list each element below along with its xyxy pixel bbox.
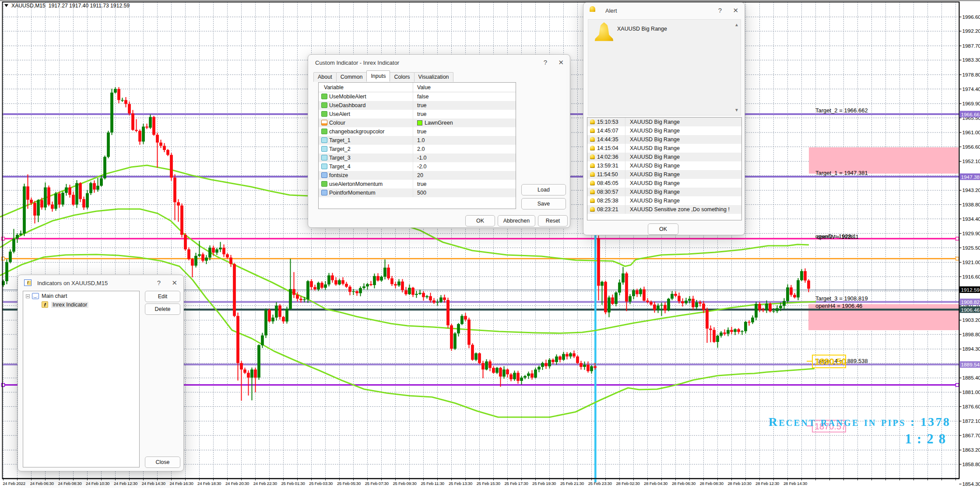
svg-text:1863.20: 1863.20 [962,447,980,453]
svg-text:24 Feb 14:30: 24 Feb 14:30 [142,481,165,486]
svg-text:1908.82: 1908.82 [961,299,980,305]
svg-text:28 Feb 04:30: 28 Feb 04:30 [644,481,667,486]
svg-text:1:28: 1:28 [905,431,951,446]
svg-text:1925.50: 1925.50 [962,245,980,251]
svg-text:24 Feb 08:30: 24 Feb 08:30 [58,481,81,486]
svg-text:1916.60: 1916.60 [962,274,980,280]
svg-text:1961.00: 1961.00 [962,129,980,136]
svg-text:28 Feb 02:30: 28 Feb 02:30 [616,481,639,486]
svg-text:24 Feb 18:30: 24 Feb 18:30 [197,481,221,486]
svg-text:1992.20: 1992.20 [962,28,980,34]
svg-text:24 Feb 10:30: 24 Feb 10:30 [86,481,109,486]
svg-text:25 Feb 09:30: 25 Feb 09:30 [393,481,416,486]
svg-text:Recent range in pips : 1378: Recent range in pips : 1378 [769,415,951,429]
svg-text:1974.40: 1974.40 [962,86,980,92]
svg-text:24 Feb 16:30: 24 Feb 16:30 [169,481,193,486]
svg-text:24 Feb 06:30: 24 Feb 06:30 [30,481,54,486]
svg-text:1943.20: 1943.20 [962,187,980,193]
svg-text:1947.38: 1947.38 [961,174,980,180]
svg-text:24 Feb 12:30: 24 Feb 12:30 [114,481,137,486]
svg-text:1854.30: 1854.30 [962,481,980,487]
svg-text:openW = 1928.1: openW = 1928.1 [817,234,859,240]
svg-text:25 Feb 21:30: 25 Feb 21:30 [560,481,584,486]
svg-text:1921.00: 1921.00 [962,259,980,265]
svg-text:1978.80: 1978.80 [962,72,980,78]
svg-text:1983.30: 1983.30 [962,57,980,63]
svg-text:25 Feb 05:30: 25 Feb 05:30 [337,481,361,486]
svg-text:24 Feb 2022: 24 Feb 2022 [3,481,25,486]
svg-text:openH4 = 1906.46: openH4 = 1906.46 [815,303,862,309]
svg-text:25 Feb 03:30: 25 Feb 03:30 [309,481,333,486]
svg-text:1906.46: 1906.46 [961,307,980,313]
svg-text:1996.60: 1996.60 [962,14,980,20]
svg-text:25 Feb 11:30: 25 Feb 11:30 [421,481,444,486]
svg-text:25 Feb 19:30: 25 Feb 19:30 [532,481,556,486]
svg-text:1987.70: 1987.70 [962,43,980,49]
svg-text:25 Feb 13:30: 25 Feb 13:30 [449,481,472,486]
svg-text:1858.80: 1858.80 [962,461,980,467]
svg-text:1885.40: 1885.40 [962,375,980,381]
svg-text:1903.20: 1903.20 [962,317,980,323]
svg-text:28 Feb 12:30: 28 Feb 12:30 [755,481,779,486]
svg-text:1876.60: 1876.60 [962,404,980,410]
svg-text:25 Feb 17:30: 25 Feb 17:30 [504,481,528,486]
svg-text:25 Feb 07:30: 25 Feb 07:30 [365,481,389,486]
svg-text:28 Feb 10:30: 28 Feb 10:30 [727,481,751,486]
svg-text:Target_3 = 1908.819: Target_3 = 1908.819 [815,295,868,302]
svg-text:1966.66: 1966.66 [961,112,980,118]
svg-text:1872.10: 1872.10 [962,418,980,424]
svg-text:1867.70: 1867.70 [962,432,980,439]
svg-text:Target_2 = 1966.662: Target_2 = 1966.662 [815,107,868,114]
svg-text:24 Feb 20:30: 24 Feb 20:30 [225,481,249,486]
svg-text:1952.10: 1952.10 [962,158,980,164]
svg-text:1881.00: 1881.00 [962,389,980,395]
svg-text:XAUUSD,M15 1917.27 1917.40 19: XAUUSD,M15 1917.27 1917.40 1911.73 1912.… [11,3,130,9]
svg-text:25 Feb 15:30: 25 Feb 15:30 [477,481,500,486]
svg-text:28 Feb 08:30: 28 Feb 08:30 [700,481,724,486]
svg-text:1889.54: 1889.54 [961,362,980,368]
svg-text:1894.30: 1894.30 [962,346,980,352]
svg-text:24 Feb 22:30: 24 Feb 22:30 [253,481,277,486]
svg-text:1956.60: 1956.60 [962,144,980,150]
svg-text:Target_1 = 1947.381: Target_1 = 1947.381 [815,170,868,176]
svg-text:1898.80: 1898.80 [962,331,980,338]
svg-text:1890.50: 1890.50 [815,356,846,366]
svg-text:1969.90: 1969.90 [962,101,980,107]
svg-text:1934.40: 1934.40 [962,216,980,222]
svg-text:1938.80: 1938.80 [962,202,980,208]
svg-text:1929.90: 1929.90 [962,230,980,237]
svg-text:28 Feb 06:30: 28 Feb 06:30 [672,481,695,486]
svg-text:1912.59: 1912.59 [961,287,980,293]
svg-text:25 Feb 01:30: 25 Feb 01:30 [281,481,305,486]
svg-text:25 Feb 23:30: 25 Feb 23:30 [588,481,612,486]
svg-text:28 Feb 14:30: 28 Feb 14:30 [783,481,807,486]
